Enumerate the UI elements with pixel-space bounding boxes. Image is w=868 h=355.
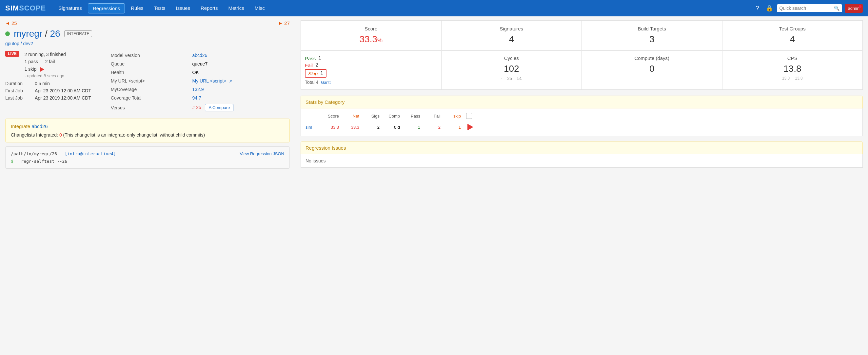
regression-name-link[interactable]: myregr <box>14 29 42 39</box>
integrate-badge: INTEGRATE <box>64 31 92 37</box>
title-slash: / <box>45 29 50 39</box>
lock-icon[interactable]: 🔒 <box>765 3 774 13</box>
sc-sim-name[interactable]: sim <box>306 125 319 130</box>
view-json-link[interactable]: View Regression JSON <box>240 151 284 156</box>
cps-sub2: 13.8 <box>795 76 802 80</box>
status-text: 2 running, 3 finished 1 pass — 2 fail 1 … <box>25 51 66 79</box>
pass-label: Pass <box>305 56 316 61</box>
cps-cell: CPS 13.8 13.8 13.8 <box>722 51 863 90</box>
sc-sim-pass: 1 <box>404 125 420 130</box>
sc-header-fail: Fail <box>424 114 440 118</box>
nav-icons: ? 🔒 <box>754 3 774 13</box>
title-row: myregr / 26 INTEGRATE <box>5 29 290 39</box>
pass-value: 1 <box>318 55 321 61</box>
lastjob-value: Apr 23 2019 12:00 AM CDT <box>35 95 91 101</box>
stats-category-section: Stats by Category Score Net Sigs Comp Pa… <box>301 96 863 136</box>
breadcrumb-link[interactable]: gputop / dev2 <box>5 41 33 46</box>
gantt-link[interactable]: Gantt <box>321 80 331 85</box>
integrate-box: Integrate abcd26 Changelists Integrated:… <box>5 118 290 142</box>
build-targets-cell: Build Targets 3 <box>582 21 722 50</box>
test-groups-value: 4 <box>726 34 859 44</box>
nav-tests[interactable]: Tests <box>150 3 170 13</box>
coverage-link[interactable]: 132.9 <box>192 87 204 92</box>
code-bracket: [infra@interactive4] <box>65 151 116 156</box>
sc-checkbox[interactable] <box>466 113 472 119</box>
sc-header-pass: Pass <box>404 114 420 118</box>
live-status-row: LIVE 2 running, 3 finished 1 pass — 2 fa… <box>5 51 97 79</box>
compute-cell: Compute (days) 0 <box>582 51 722 90</box>
nav-misc[interactable]: Misc <box>250 3 270 13</box>
score-unit: % <box>377 37 382 43</box>
health-label: Health <box>111 68 191 76</box>
coverage-total-label: Coverage Total <box>111 94 191 102</box>
sc-header-row: Score Net Sigs Comp Pass Fail skip <box>306 111 858 121</box>
main-container: ◄ 25 ► 27 myregr / 26 INTEGRATE gputop /… <box>0 16 868 173</box>
firstjob-label: First Job <box>5 88 35 93</box>
changelists-note: (This changelist is an integrate-only ch… <box>63 132 205 138</box>
stats-category-header: Stats by Category <box>301 96 863 108</box>
coverage-total-link[interactable]: 94.7 <box>192 95 201 101</box>
reg-issues-header: Regression Issues <box>301 141 863 154</box>
fail-row: Fail 2 <box>305 62 437 68</box>
cycles-min: 25 <box>507 76 512 81</box>
nav-reports[interactable]: Reports <box>196 3 223 13</box>
left-panel: ◄ 25 ► 27 myregr / 26 INTEGRATE gputop /… <box>0 16 295 173</box>
compute-value: 0 <box>586 64 718 74</box>
model-version-label: Model Version <box>111 51 191 59</box>
skip-row: Skip 1 <box>305 69 437 78</box>
url-link[interactable]: My URL <script> <box>192 78 226 83</box>
sc-header-sigs: Sigs <box>363 114 380 118</box>
pass-fail-cell: Pass 1 Fail 2 Skip 1 Total 4 Gantt <box>301 51 441 90</box>
info-left: LIVE 2 running, 3 finished 1 pass — 2 fa… <box>5 51 97 113</box>
stats-bottom-grid: Pass 1 Fail 2 Skip 1 Total 4 Gantt <box>301 50 863 90</box>
stats-top-grid: Score 33.3% Signatures 4 Build Targets 3… <box>301 20 863 50</box>
compare-button[interactable]: Δ Compare <box>205 104 234 111</box>
model-version-link[interactable]: abcd26 <box>192 53 207 58</box>
integrate-title-link[interactable]: abcd26 <box>31 123 48 129</box>
search-icon: 🔍 <box>834 6 839 11</box>
cps-sub: 13.8 13.8 <box>726 76 859 80</box>
fail-value: 2 <box>315 62 318 68</box>
skip-value: 1 <box>320 70 323 76</box>
code-box: View Regression JSON /path/to/myregr/26 … <box>5 146 290 169</box>
test-groups-cell: Test Groups 4 <box>722 21 863 50</box>
regression-issues-section: Regression Issues No issues <box>301 141 863 168</box>
health-value: OK <box>192 68 289 76</box>
nav-issues[interactable]: Issues <box>172 3 195 13</box>
nav-rules[interactable]: Rules <box>126 3 148 13</box>
duration-label: Duration <box>5 81 35 86</box>
cycles-value: 102 <box>445 64 578 74</box>
admin-badge[interactable]: admin <box>845 4 863 13</box>
nav-next-link[interactable]: ► 27 <box>278 20 290 26</box>
changelists-text: Changelists Integrated: 0 (This changeli… <box>11 132 284 138</box>
sc-header-score: Score <box>322 114 339 118</box>
build-targets-value: 3 <box>586 34 718 44</box>
info-right: Model Version abcd26 Queue queue7 Health… <box>110 51 290 113</box>
score-cell: Score 33.3% <box>301 21 441 50</box>
cps-label: CPS <box>726 55 859 61</box>
sc-data-row-sim: sim 33.3 33.3 2 0 d 1 2 1 <box>306 121 858 133</box>
versus-number: # 25 <box>192 105 201 110</box>
cps-sub1: 13.8 <box>782 76 789 80</box>
search-input[interactable] <box>779 6 832 11</box>
help-icon[interactable]: ? <box>754 4 761 13</box>
status-line2: 1 pass — 2 fail <box>25 58 66 65</box>
regression-number-link[interactable]: 26 <box>50 29 60 39</box>
pass-row: Pass 1 <box>305 55 437 61</box>
signatures-label: Signatures <box>445 26 578 31</box>
nav-prev-link[interactable]: ◄ 25 <box>5 20 17 26</box>
code-prompt-line: $ regr-selftest --26 <box>11 159 284 164</box>
status-dot <box>5 31 10 36</box>
signatures-value: 4 <box>445 34 578 44</box>
nav-regressions[interactable]: Regressions <box>88 3 125 13</box>
reg-issues-body: No issues <box>301 154 863 168</box>
compute-label: Compute (days) <box>586 55 718 61</box>
sc-sim-net: 33.3 <box>343 125 359 130</box>
nav-metrics[interactable]: Metrics <box>224 3 249 13</box>
firstjob-row: First Job Apr 23 2019 12:00 AM CDT <box>5 88 97 93</box>
fail-label: Fail <box>305 63 313 68</box>
sc-header-net: Net <box>343 114 359 118</box>
nav-signatures[interactable]: Signatures <box>54 3 87 13</box>
cycles-sub: · 25 51 <box>445 76 578 81</box>
build-targets-label: Build Targets <box>586 26 718 31</box>
